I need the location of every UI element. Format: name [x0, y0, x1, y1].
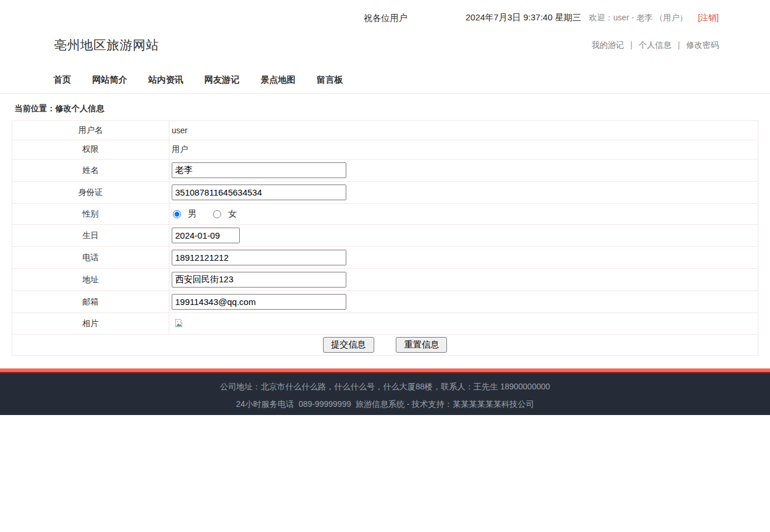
footer-service-info: 24小时服务电话 089-99999999 旅游信息系统 - 技术支持：某某某某…: [0, 399, 770, 410]
gender-option-male-label: 男: [188, 208, 197, 219]
name-field[interactable]: [172, 162, 346, 178]
gender-radio-group: 男 女: [172, 208, 757, 219]
nav-item-message-board[interactable]: 留言板: [317, 66, 343, 94]
birthday-label: 生日: [12, 225, 169, 247]
nav-item-site-intro[interactable]: 网站简介: [92, 66, 127, 94]
breadcrumb: 当前位置：修改个人信息: [0, 94, 770, 114]
email-field[interactable]: [172, 294, 346, 310]
nav-item-home[interactable]: 首页: [54, 66, 71, 94]
table-row-role: 权限 用户: [12, 140, 758, 159]
nav-item-scenic-map[interactable]: 景点地图: [261, 66, 296, 94]
table-row-buttons: 提交信息 重置信息: [12, 335, 758, 356]
username-value: user: [169, 121, 758, 140]
logout-link[interactable]: [注销]: [698, 13, 719, 22]
submit-button[interactable]: 提交信息: [323, 337, 374, 353]
topbar: 祝各位用户 2024年7月3日 9:37:40 星期三 欢迎：user - 老李…: [0, 0, 770, 32]
reset-button[interactable]: 重置信息: [396, 337, 447, 353]
table-row-phone: 电话: [12, 247, 758, 269]
gender-option-female-label: 女: [228, 208, 237, 219]
table-row-id-card: 身份证: [12, 182, 758, 204]
table-row-birthday: 生日: [12, 225, 758, 247]
user-area: 欢迎：user - 老李 （用户） [注销]: [589, 13, 719, 23]
datetime-display: 2024年7月3日 9:37:40 星期三: [466, 12, 581, 23]
footer: 公司地址：北京市什么什么路，什么什么号，什么大厦88楼，联系人：王先生 1890…: [0, 368, 770, 415]
birthday-field[interactable]: [172, 228, 240, 243]
table-row-address: 地址: [12, 269, 758, 291]
photo-label: 相片: [12, 313, 169, 335]
table-row-gender: 性别 男 女: [12, 204, 758, 225]
link-change-password[interactable]: 修改密码: [686, 40, 719, 49]
main-nav: 首页 网站简介 站内资讯 网友游记 景点地图 留言板: [0, 66, 770, 94]
phone-label: 电话: [12, 247, 169, 269]
name-label: 姓名: [12, 159, 169, 182]
id-card-field[interactable]: [172, 185, 346, 200]
link-separator: |: [677, 40, 680, 49]
id-card-label: 身份证: [12, 182, 169, 204]
role-value: 用户: [169, 140, 758, 159]
site-title: 亳州地区旅游网站: [54, 37, 159, 54]
welcome-text: 欢迎：user - 老李 （用户）: [589, 13, 688, 22]
broken-image-icon: [175, 318, 184, 329]
table-row-email: 邮箱: [12, 291, 758, 313]
email-label: 邮箱: [12, 291, 169, 313]
profile-form-table: 用户名 user 权限 用户 姓名 身份证 性别 男 女 生日: [12, 120, 758, 356]
announcement-marquee: 祝各位用户: [364, 13, 407, 24]
role-label: 权限: [12, 140, 169, 159]
gender-radio-male[interactable]: [173, 210, 181, 218]
nav-item-travelogues[interactable]: 网友游记: [204, 66, 239, 94]
address-label: 地址: [12, 269, 169, 291]
gender-radio-female[interactable]: [213, 210, 221, 218]
address-field[interactable]: [172, 272, 346, 288]
nav-item-site-news[interactable]: 站内资讯: [148, 66, 183, 94]
header-links: 我的游记 | 个人信息 | 修改密码: [591, 40, 719, 51]
gender-label: 性别: [12, 204, 169, 225]
username-label: 用户名: [12, 121, 169, 140]
table-row-username: 用户名 user: [12, 121, 758, 140]
table-row-photo: 相片: [12, 313, 758, 335]
table-row-name: 姓名: [12, 159, 758, 182]
phone-field[interactable]: [172, 250, 346, 265]
footer-company-address: 公司地址：北京市什么什么路，什么什么号，什么大厦88楼，联系人：王先生 1890…: [0, 373, 770, 392]
header: 亳州地区旅游网站 我的游记 | 个人信息 | 修改密码: [0, 32, 770, 66]
link-my-travelogues[interactable]: 我的游记: [591, 40, 624, 49]
link-separator: |: [630, 40, 633, 49]
link-personal-info[interactable]: 个人信息: [639, 40, 672, 49]
